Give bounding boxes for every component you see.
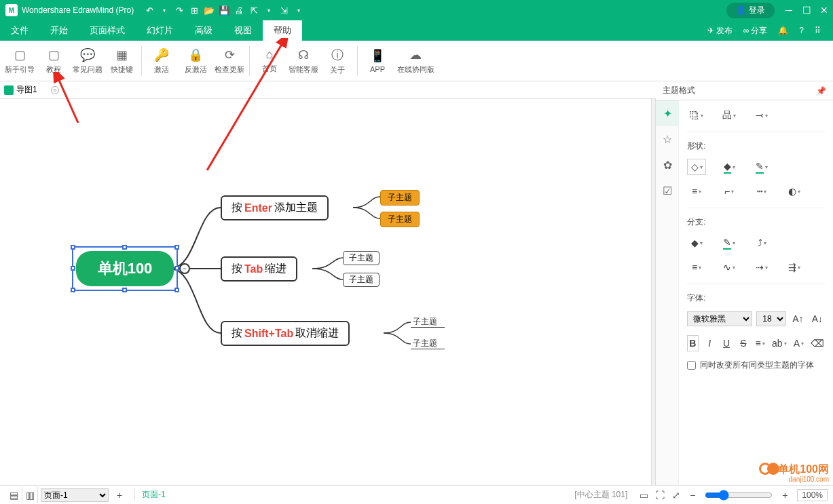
open-icon[interactable]: 📂	[202, 3, 216, 17]
layout-fish-icon[interactable]: ⤙	[752, 107, 771, 123]
menu-slides[interactable]: 幻灯片	[136, 20, 184, 41]
notification-icon[interactable]: 🔔	[774, 26, 792, 35]
ribbon-shortcut[interactable]: ▦快捷键	[105, 42, 138, 80]
ribbon-home[interactable]: ⌂首页	[253, 42, 286, 80]
subtopic[interactable]: 子主题	[343, 251, 380, 265]
fill-color-picker[interactable]: ◆	[720, 159, 739, 175]
panel-tab-style[interactable]: ✦	[656, 100, 679, 126]
italic-button[interactable]: I	[704, 335, 716, 351]
dash-picker[interactable]: ┅	[752, 183, 771, 199]
share-button[interactable]: ∞分享	[739, 25, 772, 37]
ribbon-tutorial[interactable]: ▢教程	[37, 42, 71, 80]
corner-picker[interactable]: ⌐	[720, 183, 739, 199]
export-icon[interactable]: ⇱	[247, 3, 261, 17]
publish-button[interactable]: ✈发布	[703, 25, 737, 37]
new-icon[interactable]: ⊞	[187, 3, 201, 17]
minimize-button[interactable]: ─	[780, 0, 798, 20]
line-weight-picker[interactable]: ≡	[687, 183, 706, 199]
layout-org-icon[interactable]: 品	[720, 107, 739, 123]
fit-width-icon[interactable]: ▭	[635, 487, 652, 503]
subtopic[interactable]: 子主题	[380, 190, 420, 206]
login-button[interactable]: 👤 登录	[726, 3, 775, 18]
export-dropdown-icon[interactable]: ▾	[262, 3, 276, 17]
font-family-select[interactable]: 微软雅黑	[687, 311, 752, 326]
subtopic[interactable]: 子主题	[343, 273, 380, 287]
shape-picker[interactable]: ◇	[687, 159, 706, 175]
menu-help[interactable]: 帮助	[263, 20, 302, 41]
ribbon-faq[interactable]: 💬常见问题	[71, 42, 105, 80]
branch-end-picker[interactable]: ⤴	[752, 235, 771, 251]
share-quick-icon[interactable]: ⇲	[277, 3, 291, 17]
pin-icon[interactable]: 📌	[816, 86, 826, 96]
font-grow-button[interactable]: A↑	[790, 311, 805, 327]
apps-icon[interactable]: ⠿	[811, 26, 825, 35]
zoom-out-button[interactable]: −	[684, 487, 701, 503]
ribbon-deactivate[interactable]: 🔒反激活	[179, 42, 212, 80]
shadow-picker[interactable]: ◐	[785, 183, 804, 199]
zoom-in-button[interactable]: +	[777, 487, 793, 503]
font-shrink-button[interactable]: A↓	[810, 311, 825, 327]
branch-style-picker[interactable]: ✎	[720, 235, 739, 251]
fit-page-icon[interactable]: ⛶	[652, 487, 668, 503]
tab-label[interactable]: 导图1	[16, 84, 37, 96]
strike-button[interactable]: S	[737, 335, 749, 351]
branch-weight-picker[interactable]: ≡	[687, 259, 706, 275]
ribbon-support[interactable]: ☊智能客服	[286, 42, 320, 80]
ribbon-collab[interactable]: ☁在线协同版	[394, 42, 437, 80]
layout-tree-icon[interactable]: ⿻	[687, 107, 706, 123]
text-color-picker[interactable]: A	[793, 335, 804, 351]
redo-icon[interactable]: ↷	[172, 3, 186, 17]
subtopic[interactable]: 子主题	[413, 338, 437, 349]
save-icon[interactable]: 💾	[217, 3, 231, 17]
page-select[interactable]: 页面-1	[41, 488, 109, 502]
outline-view-icon[interactable]: ▤	[5, 487, 22, 503]
panel-splitter[interactable]	[651, 99, 656, 485]
apply-all-input[interactable]	[687, 361, 696, 370]
menu-pagestyle[interactable]: 页面样式	[79, 20, 136, 41]
panel-tab-task[interactable]: ☑	[656, 178, 679, 203]
page-tab[interactable]: 页面-1	[142, 489, 166, 501]
menu-view[interactable]: 视图	[223, 20, 263, 41]
branch-curve-picker[interactable]: ∿	[720, 259, 739, 275]
add-page-button[interactable]: +	[111, 487, 128, 503]
ribbon-app[interactable]: 📱APP	[360, 42, 394, 80]
tab-close-button[interactable]: ○	[51, 86, 59, 94]
ribbon-update[interactable]: ⟳检查更新	[212, 42, 246, 80]
ribbon-activate[interactable]: 🔑激活	[145, 42, 179, 80]
undo-dropdown-icon[interactable]: ▾	[158, 3, 171, 17]
quick-dropdown-icon[interactable]: ▾	[292, 3, 306, 17]
zoom-value[interactable]: 100%	[797, 489, 828, 501]
center-topic[interactable]: 单机100	[76, 251, 174, 286]
ribbon-guide[interactable]: ▢新手引导	[3, 42, 37, 80]
topic-shifttab[interactable]: 按 Shift+Tab 取消缩进	[221, 321, 350, 346]
text-highlight-picker[interactable]: ab	[771, 335, 788, 351]
font-size-select[interactable]: 18	[756, 311, 786, 326]
topic-enter[interactable]: 按 Enter 添加主题	[221, 195, 329, 220]
apply-all-checkbox[interactable]: 同时改变所有同类型主题的字体	[687, 360, 825, 371]
print-icon[interactable]: 🖨	[232, 3, 246, 17]
close-button[interactable]: ✕	[815, 0, 833, 20]
topic-tab[interactable]: 按 Tab 缩进	[221, 256, 297, 282]
branch-color-picker[interactable]: ◆	[687, 235, 706, 251]
subtopic[interactable]: 子主题	[380, 212, 420, 227]
panel-tab-star[interactable]: ☆	[656, 126, 679, 152]
undo-icon[interactable]: ↶	[143, 3, 156, 17]
zoom-slider[interactable]	[705, 490, 773, 501]
canvas[interactable]: 单机100 − 按 Enter 添加主题 按 Tab 缩进 按 Shift+Ta…	[0, 99, 651, 485]
fullscreen-icon[interactable]: ⤢	[668, 487, 684, 503]
clear-format-button[interactable]: ⌫	[810, 335, 825, 351]
branch-arrow-picker[interactable]: ⇶	[785, 259, 804, 275]
help-icon[interactable]: ?	[795, 26, 808, 35]
panel-tab-clover[interactable]: ✿	[656, 152, 679, 178]
branch-dash-picker[interactable]: ⇢	[752, 259, 771, 275]
bold-button[interactable]: B	[687, 335, 699, 351]
menu-start[interactable]: 开始	[39, 20, 79, 41]
border-color-picker[interactable]: ✎	[752, 159, 771, 175]
menu-file[interactable]: 文件	[0, 20, 39, 41]
subtopic[interactable]: 子主题	[413, 316, 437, 328]
ribbon-about[interactable]: ⓘ关于	[320, 42, 354, 80]
collapse-toggle[interactable]: −	[179, 263, 190, 274]
menu-advanced[interactable]: 高级	[184, 20, 223, 41]
page-list-icon[interactable]: ▥	[22, 487, 38, 503]
maximize-button[interactable]: ☐	[798, 0, 815, 20]
